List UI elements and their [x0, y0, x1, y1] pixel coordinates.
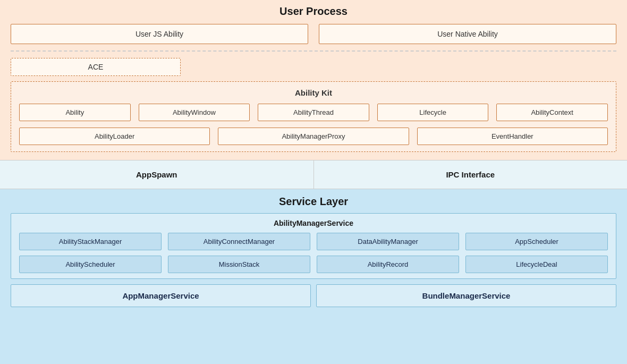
lifecycle-deal-box: LifecycleDeal: [465, 256, 608, 273]
ability-stack-manager-box: AbilityStackManager: [19, 233, 162, 250]
bottom-row: AppManagerService BundleManagerService: [11, 284, 616, 307]
ability-box: Ability: [19, 104, 131, 121]
app-manager-service-box: AppManagerService: [11, 284, 311, 307]
bundle-manager-service-box: BundleManagerService: [316, 284, 616, 307]
ability-manager-service-container: AbilityManagerService AbilityStackManage…: [11, 213, 616, 279]
ace-box: ACE: [11, 58, 181, 76]
dashed-separator: [11, 50, 616, 52]
ability-scheduler-box: AbilityScheduler: [19, 256, 162, 273]
service-layer-title: Service Layer: [11, 196, 616, 208]
lifecycle-box: Lifecycle: [377, 104, 489, 121]
user-js-ability-box: User JS Ability: [11, 24, 308, 44]
ability-kit-title: Ability Kit: [19, 88, 608, 97]
ability-thread-box: AbilityThread: [258, 104, 369, 121]
user-process-section: User Process User JS Ability User Native…: [0, 0, 627, 160]
service-layer-section: Service Layer AbilityManagerService Abil…: [0, 189, 627, 364]
data-ability-manager-box: DataAbilityManager: [317, 233, 459, 250]
ability-record-box: AbilityRecord: [317, 256, 459, 273]
event-handler-box: EventHandler: [417, 128, 608, 145]
ipc-interface-box: IPC Interface: [314, 160, 628, 189]
middle-section: AppSpawn IPC Interface: [0, 160, 627, 189]
ability-loader-box: AbilityLoader: [19, 128, 210, 145]
service-row-1: AbilityStackManager AbilityConnectManage…: [19, 233, 608, 250]
ability-connect-manager-box: AbilityConnectManager: [168, 233, 310, 250]
mission-stack-box: MissionStack: [168, 256, 310, 273]
ability-manager-proxy-box: AbilityManagerProxy: [218, 128, 409, 145]
ability-manager-service-title: AbilityManagerService: [19, 219, 608, 227]
ability-kit-row-1: Ability AbilityWindow AbilityThread Life…: [19, 104, 608, 121]
ability-kit-container: Ability Kit Ability AbilityWindow Abilit…: [11, 81, 616, 152]
top-boxes-row: User JS Ability User Native Ability: [11, 24, 616, 44]
ability-context-box: AbilityContext: [496, 104, 608, 121]
ability-window-box: AbilityWindow: [139, 104, 250, 121]
ability-kit-row-2: AbilityLoader AbilityManagerProxy EventH…: [19, 128, 608, 145]
main-container: User Process User JS Ability User Native…: [0, 0, 627, 364]
app-scheduler-box: AppScheduler: [465, 233, 608, 250]
service-row-2: AbilityScheduler MissionStack AbilityRec…: [19, 256, 608, 273]
app-spawn-box: AppSpawn: [0, 160, 314, 189]
user-process-title: User Process: [11, 5, 616, 18]
user-native-ability-box: User Native Ability: [319, 24, 616, 44]
